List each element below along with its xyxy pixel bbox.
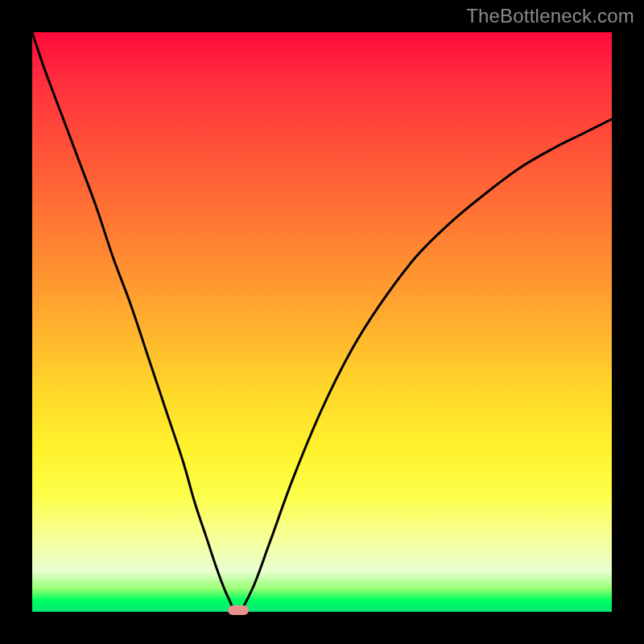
bottleneck-curve-path — [32, 32, 612, 612]
curve-svg — [32, 32, 612, 612]
chart-plot-area — [32, 32, 612, 612]
watermark-text: TheBottleneck.com — [466, 5, 634, 27]
optimal-point-marker — [228, 605, 249, 615]
